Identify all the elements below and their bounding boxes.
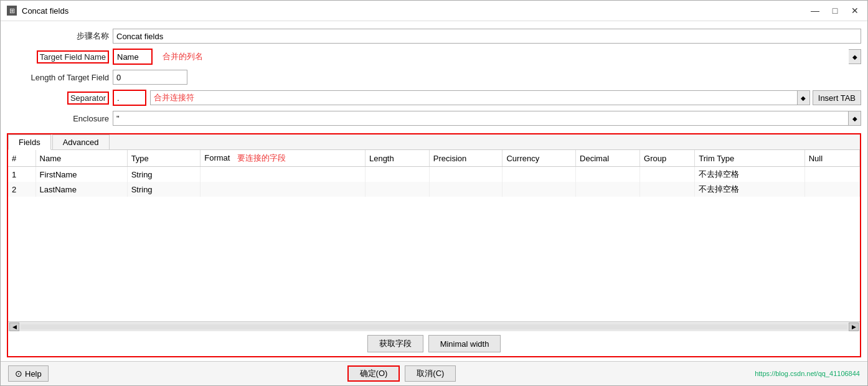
cell-format	[200, 167, 366, 182]
maximize-button[interactable]: □	[829, 4, 841, 17]
target-field-label-box: Target Field Name	[37, 50, 109, 64]
col-header-decimal: Decimal	[576, 150, 640, 167]
title-bar: ⊞ Concat fields — □ ✕	[1, 1, 867, 21]
col-header-trimtype: Trim Type	[695, 150, 804, 167]
cell-name: FirstName	[35, 167, 127, 182]
scroll-left-arrow[interactable]: ◀	[9, 322, 19, 331]
length-label: Length of Target Field	[7, 73, 113, 82]
scroll-track[interactable]	[21, 324, 847, 329]
enclosure-dropdown-icon[interactable]: ◆	[849, 111, 861, 126]
cell-currency	[502, 167, 576, 182]
cell-name: LastName	[35, 182, 127, 197]
tabs-bar: Fields Advanced	[8, 134, 860, 150]
fields-panel: Fields Advanced	[7, 133, 861, 357]
cell-null	[804, 182, 859, 197]
cell-length	[365, 182, 429, 197]
separator-combo: ◆	[150, 90, 810, 105]
target-field-row: Target Field Name 合并的列名 ◆	[1, 47, 867, 66]
enclosure-row: Enclosure ◆	[1, 110, 867, 127]
cell-precision	[429, 182, 502, 197]
cell-precision	[429, 167, 502, 182]
cell-type: String	[127, 182, 200, 197]
horizontal-scrollbar[interactable]: ◀ ▶	[8, 321, 860, 331]
cancel-button[interactable]: 取消(C)	[405, 365, 456, 382]
separator-value-box	[113, 90, 146, 106]
cell-num: 2	[8, 182, 35, 197]
enclosure-input-wrap: ◆	[113, 111, 861, 126]
confirm-button[interactable]: 确定(O)	[347, 365, 400, 382]
footer-url: https://blog.csdn.net/qq_41106844	[755, 370, 860, 377]
cell-decimal	[576, 167, 640, 182]
insert-tab-button[interactable]: Insert TAB	[813, 90, 861, 105]
target-field-input[interactable]	[114, 50, 151, 64]
col-header-name: Name	[35, 150, 127, 167]
cell-currency	[502, 182, 576, 197]
separator-label: Separator	[7, 92, 113, 105]
footer: ⊙ Help 确定(O) 取消(C) https://blog.csdn.net…	[1, 361, 867, 385]
help-button[interactable]: ⊙ Help	[8, 365, 49, 382]
enclosure-input[interactable]	[113, 111, 849, 126]
minimize-button[interactable]: —	[809, 4, 821, 17]
target-field-dropdown-icon[interactable]: ◆	[849, 49, 861, 64]
panel-bottom-buttons: 获取字段 Minimal width	[8, 331, 860, 356]
help-label: Help	[25, 369, 42, 379]
cell-decimal	[576, 182, 640, 197]
step-name-row: 步骤名称	[1, 27, 867, 45]
col-header-null: Null	[804, 150, 859, 167]
cell-length	[365, 167, 429, 182]
step-name-label: 步骤名称	[7, 31, 113, 42]
close-button[interactable]: ✕	[849, 4, 861, 17]
table-header-row: # Name Type Format 要连接的字段 Length Precisi…	[8, 150, 860, 167]
footer-action-buttons: 确定(O) 取消(C)	[347, 365, 456, 382]
separator-hint-input[interactable]	[150, 90, 798, 105]
cell-group	[640, 167, 695, 182]
fields-table-area: # Name Type Format 要连接的字段 Length Precisi…	[8, 150, 860, 321]
cell-trimtype: 不去掉空格	[695, 167, 804, 182]
tab-advanced[interactable]: Advanced	[52, 134, 110, 149]
length-row: Length of Target Field	[1, 68, 867, 86]
target-field-input-wrap: 合并的列名 ◆	[113, 49, 861, 65]
separator-label-box: Separator	[67, 92, 109, 105]
cell-num: 1	[8, 167, 35, 182]
cell-format	[200, 182, 366, 197]
target-field-hint: 合并的列名	[156, 51, 849, 62]
help-icon: ⊙	[15, 369, 22, 379]
length-input[interactable]	[113, 70, 187, 85]
step-name-input[interactable]	[113, 29, 861, 44]
separator-row: Separator ◆ Insert TAB	[1, 88, 867, 107]
window-icon: ⊞	[7, 6, 17, 16]
col-header-type: Type	[127, 150, 200, 167]
col-header-currency: Currency	[502, 150, 576, 167]
get-fields-button[interactable]: 获取字段	[367, 335, 423, 352]
col-header-length: Length	[365, 150, 429, 167]
minimal-width-button[interactable]: Minimal width	[428, 335, 501, 352]
title-bar-left: ⊞ Concat fields	[7, 6, 68, 16]
scroll-right-arrow[interactable]: ▶	[849, 322, 859, 331]
col-header-format: Format 要连接的字段	[200, 150, 366, 167]
form-area: 步骤名称 Target Field Name 合并的列名 ◆ Length of…	[1, 21, 867, 133]
separator-input-wrap: ◆ Insert TAB	[113, 90, 861, 106]
separator-dropdown-icon[interactable]: ◆	[798, 90, 810, 105]
table-row[interactable]: 2LastNameString不去掉空格	[8, 182, 860, 197]
col-header-num: #	[8, 150, 35, 167]
window-title: Concat fields	[22, 6, 68, 16]
cell-type: String	[127, 167, 200, 182]
title-controls: — □ ✕	[809, 4, 861, 17]
table-row[interactable]: 1FirstNameString不去掉空格	[8, 167, 860, 182]
target-field-label: Target Field Name	[7, 50, 113, 64]
col-header-precision: Precision	[429, 150, 502, 167]
cell-trimtype: 不去掉空格	[695, 182, 804, 197]
enclosure-label: Enclosure	[7, 114, 113, 123]
format-col-hint: 要连接的字段	[232, 153, 286, 162]
col-header-group: Group	[640, 150, 695, 167]
main-window: ⊞ Concat fields — □ ✕ 步骤名称 Target Field …	[0, 0, 868, 386]
fields-table: # Name Type Format 要连接的字段 Length Precisi…	[8, 150, 860, 197]
cell-null	[804, 167, 859, 182]
separator-input[interactable]	[114, 91, 145, 105]
target-field-value-box	[113, 49, 153, 65]
tab-fields[interactable]: Fields	[8, 134, 51, 150]
cell-group	[640, 182, 695, 197]
